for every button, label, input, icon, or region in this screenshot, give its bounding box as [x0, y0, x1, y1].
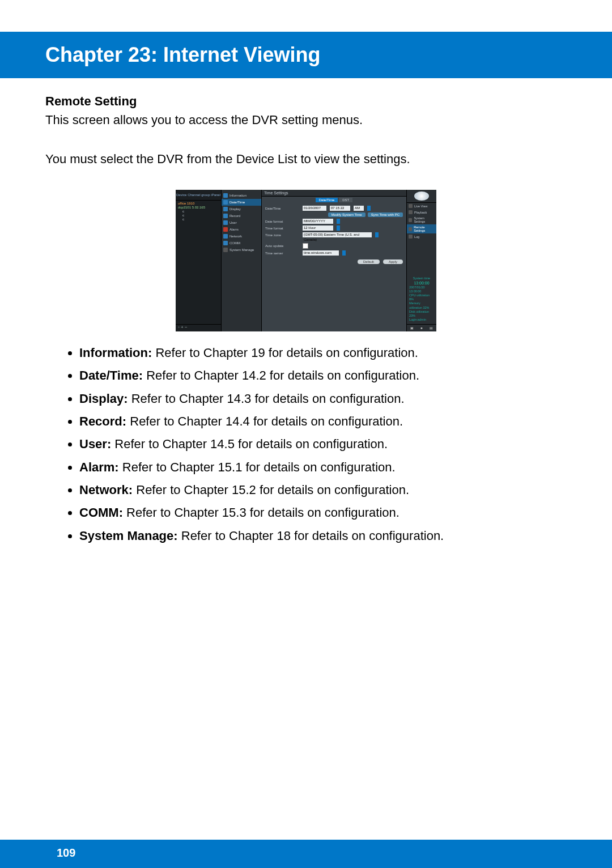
ptz-control[interactable] [407, 190, 436, 203]
nav-label: Remote Settings [414, 225, 435, 232]
status-time: 13:00:00 [409, 280, 434, 286]
remote-icon [409, 227, 412, 231]
tab-dst[interactable]: DST [339, 198, 352, 202]
display-icon [223, 207, 228, 211]
nav-label: Live View [414, 205, 427, 208]
nav-label: Log [414, 235, 419, 239]
menu-comm[interactable]: COMM [222, 240, 261, 246]
device-panel: Device Channel group iPanel office 1910 … [176, 190, 222, 331]
dvr-app-window: Device Channel group iPanel office 1910 … [176, 190, 436, 331]
menu-datetime[interactable]: Date/Time [222, 199, 261, 206]
list-item: Alarm: Refer to Chapter 15.1 for details… [79, 457, 567, 478]
status-line: 2007/01/20 13:00:00 [409, 286, 434, 293]
menu-information[interactable]: Information [222, 192, 261, 199]
sync-time-button[interactable]: Sync Time with PC [368, 212, 403, 217]
ipanel-tab[interactable]: iPanel [211, 193, 220, 197]
menu-network[interactable]: Network [222, 233, 261, 240]
tree-device[interactable]: dcp2101 5.02.165 [178, 206, 219, 209]
time-format-select[interactable]: 12 Hour [303, 225, 333, 231]
list-item: Display: Refer to Chapter 14.3 for detai… [79, 389, 567, 409]
menu-label: Display [230, 207, 241, 211]
device-panel-footer[interactable]: ◦ + − [176, 324, 221, 331]
time-format-label: Time format [265, 227, 299, 230]
date-format-select[interactable]: MM/DD/YYYY [303, 219, 333, 224]
menu-display[interactable]: Display [222, 206, 261, 212]
dropdown-icon[interactable] [337, 219, 340, 224]
footer-icon[interactable]: ▤ [430, 326, 433, 330]
tree-root[interactable]: office 1910 [178, 202, 219, 205]
dropdown-icon[interactable] [337, 225, 340, 231]
menu-label: Date/Time [230, 201, 245, 204]
tree-channel[interactable]: c [178, 218, 219, 221]
menu-record[interactable]: Record [222, 212, 261, 219]
panel-title: Time Settings [262, 190, 406, 197]
tree-channel[interactable]: c [178, 214, 219, 217]
intro-paragraph-1: This screen allows you to access the DVR… [45, 112, 567, 129]
dropdown-icon[interactable] [375, 232, 379, 237]
time-server-select[interactable]: time.windows.com [303, 250, 339, 256]
tab-datetime[interactable]: Date/Time [316, 198, 338, 202]
alarm-icon [223, 227, 228, 232]
list-item: COMM: Refer to Chapter 15.3 for details … [79, 503, 567, 523]
auto-update-label: Auto update [265, 244, 299, 248]
nav-remote-settings[interactable]: Remote Settings [407, 224, 436, 233]
gear-icon [409, 218, 412, 222]
right-sidebar: Live View Playback System Settings Remot… [406, 190, 436, 331]
log-icon [409, 235, 413, 239]
record-icon [223, 214, 228, 218]
system-icon [223, 248, 228, 252]
time-zone-select[interactable]: (GMT-05:00) Eastern Time (U.S. and Canad… [303, 232, 372, 237]
list-item: Record: Refer to Chapter 14.4 for detail… [79, 411, 567, 432]
menu-label: Information [230, 194, 246, 197]
apply-button[interactable]: Apply [383, 259, 403, 264]
date-input[interactable]: 01/20/2007 [303, 206, 326, 211]
clock-icon [223, 200, 228, 205]
menu-label: Network [230, 235, 242, 238]
status-line: CPU utilization 8% [409, 293, 434, 301]
modify-system-time-button[interactable]: Modify System Time [328, 212, 366, 217]
menu-label: COMM [230, 241, 240, 245]
panel-tabs: Date/Time DST [262, 197, 406, 203]
status-line: Disk utilization 23% [409, 310, 434, 318]
menu-user[interactable]: User [222, 219, 261, 226]
list-item: Network: Refer to Chapter 15.2 for detai… [79, 480, 567, 500]
auto-update-checkbox[interactable] [303, 243, 308, 249]
settings-menu: Information Date/Time Display Record Use… [222, 190, 262, 331]
menu-system-manage[interactable]: System Manage [222, 246, 261, 253]
nav-log[interactable]: Log [407, 233, 436, 240]
list-item: User: Refer to Chapter 14.5 for details … [79, 434, 567, 454]
default-button[interactable]: Default [358, 259, 380, 264]
list-item: Information: Refer to Chapter 19 for det… [79, 343, 567, 363]
dropdown-icon[interactable] [367, 206, 371, 211]
network-icon [223, 234, 228, 239]
info-icon [223, 193, 228, 198]
datetime-label: Date/Time [265, 207, 299, 210]
nav-system-settings[interactable]: System Settings [407, 215, 436, 224]
dropdown-icon[interactable] [342, 250, 346, 256]
device-tab[interactable]: Device [176, 193, 186, 197]
chapter-title: Chapter 23: Internet Viewing [45, 43, 612, 67]
menu-label: Alarm [230, 228, 239, 231]
footer-icon[interactable]: ▣ [410, 326, 414, 330]
document-page: Chapter 23: Internet Viewing Remote Sett… [0, 0, 612, 775]
play-icon [409, 210, 413, 214]
ampm-input[interactable]: AM [354, 206, 364, 211]
footer-icon[interactable]: ■ [420, 326, 422, 330]
settings-main-panel: Time Settings Date/Time DST Date/Time 01… [262, 190, 406, 331]
content-area: Remote Setting This screen allows you to… [0, 78, 612, 775]
right-footer-icons: ▣ ■ ▤ [407, 324, 436, 331]
intro-paragraph-2: You must select the DVR from the Device … [45, 151, 567, 168]
channel-group-tab[interactable]: Channel group [188, 193, 210, 197]
menu-label: User [230, 221, 237, 224]
time-input[interactable]: 07 15 22 [330, 206, 350, 211]
nav-playback[interactable]: Playback [407, 209, 436, 215]
nav-live-view[interactable]: Live View [407, 203, 436, 209]
monitor-icon [409, 204, 413, 208]
menu-label: System Manage [230, 248, 254, 252]
status-title: System time [409, 276, 434, 280]
chapter-header-bar: Chapter 23: Internet Viewing [0, 32, 612, 78]
list-item: System Manage: Refer to Chapter 18 for d… [79, 526, 567, 546]
menu-alarm[interactable]: Alarm [222, 226, 261, 233]
tree-channel[interactable]: c [178, 210, 219, 213]
user-icon [223, 220, 228, 225]
